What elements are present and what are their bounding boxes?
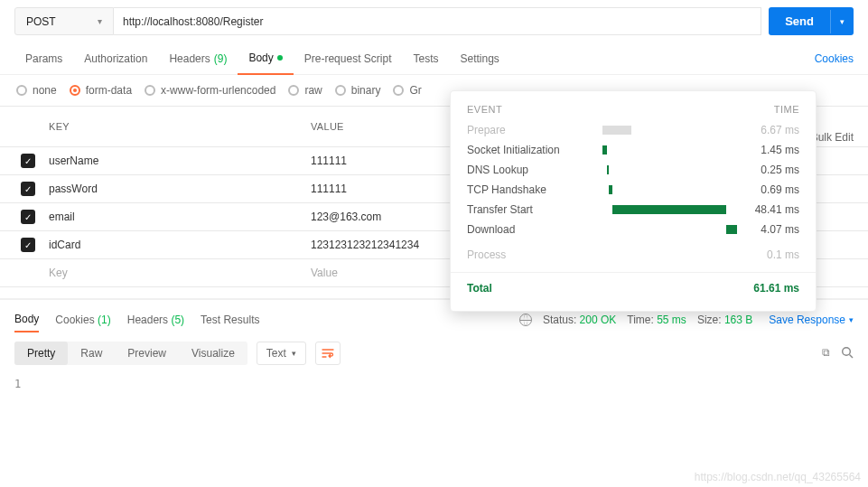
tab-authorization[interactable]: Authorization: [73, 43, 158, 74]
timing-row: DNS Lookup0.25 ms: [451, 160, 816, 180]
chevron-down-icon: ▾: [849, 315, 854, 324]
checkbox[interactable]: ✓: [21, 154, 35, 168]
format-select[interactable]: Text ▾: [257, 342, 306, 365]
response-tab-body[interactable]: Body: [14, 307, 39, 332]
tab-headers[interactable]: Headers (9): [158, 43, 238, 74]
chevron-down-icon: ▾: [292, 349, 296, 358]
copy-icon[interactable]: ⧉: [822, 346, 830, 361]
bulk-edit-link[interactable]: Bulk Edit: [811, 131, 854, 144]
chevron-down-icon[interactable]: ▾: [830, 10, 854, 33]
response-tab-tests[interactable]: Test Results: [201, 308, 259, 332]
view-visualize[interactable]: Visualize: [179, 342, 247, 365]
event-time: 4.07 ms: [743, 223, 799, 236]
tab-settings[interactable]: Settings: [450, 43, 510, 74]
save-response-button[interactable]: Save Response ▾: [769, 314, 854, 326]
event-name: Prepare: [467, 124, 602, 136]
dot-icon: [277, 55, 283, 61]
tab-prerequest[interactable]: Pre-request Script: [294, 43, 403, 74]
event-name: DNS Lookup: [467, 164, 602, 176]
body-type-xwww[interactable]: x-www-form-urlencoded: [145, 84, 275, 97]
svg-line-1: [850, 354, 854, 358]
radio-icon: [393, 85, 404, 96]
size-label[interactable]: Size: 163 B: [697, 314, 752, 326]
svg-point-0: [843, 347, 851, 355]
response-tab-cookies[interactable]: Cookies (1): [55, 308, 110, 332]
key-input[interactable]: [49, 155, 300, 167]
send-button[interactable]: Send ▾: [769, 7, 854, 35]
timing-row: Socket Initialization1.45 ms: [451, 140, 816, 160]
key-header: KEY: [43, 114, 305, 139]
cookies-link[interactable]: Cookies: [815, 43, 854, 74]
timing-popover: EVENT TIME Prepare6.67 msSocket Initiali…: [450, 90, 817, 312]
radio-icon: [145, 85, 155, 96]
line-number: 1: [14, 378, 21, 390]
event-time: 6.67 ms: [743, 124, 799, 136]
status-label: Status: 200 OK: [543, 314, 616, 326]
timing-row: Download4.07 ms: [451, 220, 816, 239]
http-method-select[interactable]: POST ▾: [14, 7, 114, 35]
body-type-none[interactable]: none: [16, 84, 57, 97]
view-pretty[interactable]: Pretty: [14, 342, 68, 365]
event-time: 0.1 ms: [743, 248, 799, 261]
radio-icon: [288, 85, 299, 96]
event-time: 1.45 ms: [743, 144, 799, 156]
radio-selected-icon: [70, 85, 80, 96]
timing-row: Prepare6.67 ms: [451, 120, 816, 140]
event-name: Socket Initialization: [467, 144, 602, 156]
body-type-raw[interactable]: raw: [288, 84, 322, 97]
event-name: Process: [467, 248, 602, 261]
total-value: 61.61 ms: [743, 282, 799, 295]
tab-body[interactable]: Body: [238, 42, 293, 75]
key-input[interactable]: [49, 267, 300, 279]
event-name: TCP Handshake: [467, 183, 602, 196]
total-label: Total: [467, 282, 602, 295]
key-input[interactable]: [49, 211, 300, 223]
key-input[interactable]: [49, 183, 300, 195]
method-value: POST: [26, 15, 56, 28]
checkbox[interactable]: ✓: [21, 238, 35, 252]
time-header: TIME: [774, 104, 799, 115]
time-label[interactable]: Time: 55 ms: [627, 314, 686, 326]
event-time: 0.69 ms: [743, 183, 799, 196]
checkbox[interactable]: ✓: [21, 210, 35, 224]
send-label: Send: [769, 7, 830, 35]
radio-icon: [16, 85, 27, 96]
globe-icon[interactable]: [519, 314, 532, 326]
timing-row: Transfer Start48.41 ms: [451, 200, 816, 220]
event-time: 0.25 ms: [743, 164, 799, 176]
search-icon[interactable]: [841, 346, 854, 361]
tab-params[interactable]: Params: [14, 43, 73, 74]
checkbox[interactable]: ✓: [21, 182, 35, 196]
body-type-graphql[interactable]: Gr: [393, 84, 421, 97]
response-tab-headers[interactable]: Headers (5): [127, 308, 184, 332]
tab-tests[interactable]: Tests: [402, 43, 449, 74]
event-time: 48.41 ms: [743, 203, 799, 216]
key-input[interactable]: [49, 239, 300, 251]
wrap-lines-button[interactable]: [315, 342, 341, 365]
event-name: Download: [467, 223, 602, 236]
url-input[interactable]: [114, 7, 761, 35]
timing-row: TCP Handshake0.69 ms: [451, 180, 816, 200]
body-type-binary[interactable]: binary: [335, 84, 381, 97]
chevron-down-icon: ▾: [98, 16, 102, 26]
response-body[interactable]: 1: [0, 374, 868, 394]
watermark: https://blog.csdn.net/qq_43265564: [695, 471, 861, 483]
event-name: Transfer Start: [467, 203, 602, 216]
body-type-formdata[interactable]: form-data: [70, 84, 132, 97]
event-header: EVENT: [467, 104, 502, 115]
view-raw[interactable]: Raw: [68, 342, 115, 365]
view-preview[interactable]: Preview: [115, 342, 179, 365]
radio-icon: [335, 85, 346, 96]
timing-row: Process0.1 ms: [451, 245, 816, 265]
